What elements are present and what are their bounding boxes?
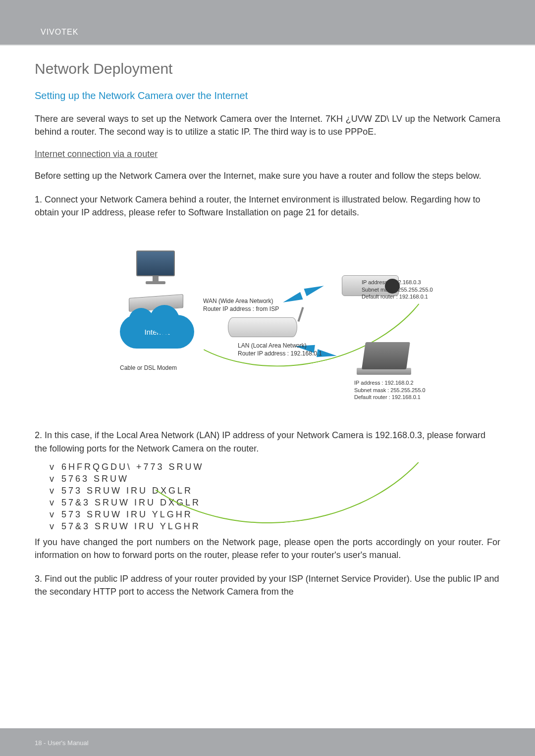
intro-paragraph: There are several ways to set up the Net…	[35, 112, 500, 138]
lan-label: LAN (Local Area Network) Router IP addre…	[238, 342, 352, 357]
port-text: 5763 SRUW	[61, 474, 129, 484]
camera-gw: Default router : 192.168.0.1	[362, 294, 428, 300]
monitor-icon	[134, 251, 177, 287]
page-title: Network Deployment	[35, 60, 500, 77]
ports-note: If you have changed the port numbers on …	[35, 536, 500, 561]
camera-mask: Subnet mask : 255.255.255.0	[362, 287, 433, 293]
laptop-icon	[357, 342, 411, 377]
wan-label: WAN (Wide Area Network) Router IP addres…	[203, 298, 302, 313]
laptop-ip: IP address : 192.168.0.2	[354, 380, 414, 386]
lan-line1: LAN (Local Area Network)	[238, 342, 307, 349]
modem-label: Cable or DSL Modem	[120, 364, 189, 372]
laptop-info-label: IP address : 192.168.0.2 Subnet mask : 2…	[354, 379, 453, 401]
lan-line2: Router IP address : 192.168.0.1	[238, 350, 322, 357]
header-bar: VIVOTEK	[0, 0, 535, 45]
section-subtitle: Setting up the Network Camera over the I…	[35, 90, 500, 101]
port-text: 57&3 SRUW IRU YLGHR	[61, 521, 201, 531]
port-text: 573 SRUW IRU YLGHR	[61, 509, 193, 519]
wan-line1: WAN (Wide Area Network)	[203, 298, 273, 304]
internet-cloud-label: Internet	[120, 328, 194, 336]
laptop-mask: Subnet mask : 255.255.255.0	[354, 387, 426, 393]
page-content: Network Deployment Setting up the Networ…	[0, 46, 535, 598]
laptop-gw: Default router : 192.168.0.1	[354, 394, 421, 400]
brand-name: VIVOTEK	[41, 28, 535, 37]
step-3: 3. Find out the public IP address of you…	[35, 572, 500, 598]
network-diagram: Internet WAN (Wide Area Network) Router …	[35, 226, 500, 414]
page-footer: 18 - User's Manual	[0, 728, 535, 756]
internet-cloud-icon: Internet	[120, 315, 194, 349]
subhead-internet-via-router: Internet connection via a router	[35, 149, 158, 159]
wan-line2: Router IP address : from ISP	[203, 305, 279, 312]
footer-text: 18 - User's Manual	[35, 739, 89, 747]
camera-ip: IP address : 192.168.0.3	[362, 279, 421, 285]
camera-info-label: IP address : 192.168.0.3 Subnet mask : 2…	[362, 279, 461, 300]
router-icon	[228, 317, 297, 337]
